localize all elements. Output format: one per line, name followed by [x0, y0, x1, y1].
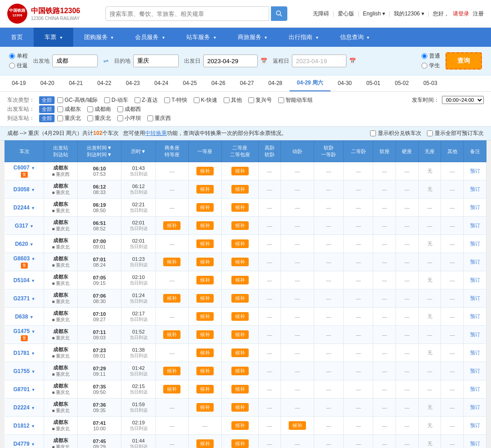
- btn-bubu[interactable]: 候补: [196, 239, 214, 248]
- expand-icon[interactable]: ▼: [31, 442, 35, 447]
- passenger-normal[interactable]: 普通: [421, 52, 440, 60]
- btn-bubu[interactable]: 候补: [231, 203, 249, 212]
- train-number-link[interactable]: D2244 ▼: [8, 204, 41, 211]
- btn-bubu[interactable]: 候补: [231, 439, 249, 448]
- btn-bubu[interactable]: 候补: [196, 330, 214, 339]
- trip-oneway-radio[interactable]: [9, 53, 15, 59]
- search-input[interactable]: [105, 6, 269, 21]
- book-link[interactable]: 预订: [470, 204, 480, 210]
- train-number-link[interactable]: D620 ▼: [8, 241, 41, 247]
- transfer-link[interactable]: 中转换乘: [145, 130, 167, 136]
- expand-icon[interactable]: ▼: [31, 257, 35, 261]
- link-login[interactable]: 请登录: [453, 10, 469, 18]
- btn-bubu[interactable]: 候补: [196, 385, 214, 393]
- book-link[interactable]: 预订: [470, 223, 480, 228]
- filter-d[interactable]: D-动车: [104, 96, 128, 104]
- book-link[interactable]: 预订: [470, 386, 480, 392]
- btn-bubu[interactable]: 候补: [231, 276, 249, 284]
- depart-time-select[interactable]: 00:00~24:00: [442, 96, 484, 104]
- date-tab-0424[interactable]: 04-24: [147, 76, 176, 91]
- expand-icon[interactable]: ▼: [31, 279, 35, 283]
- date-tab-0429[interactable]: 04-29 周六: [290, 75, 331, 91]
- nav-guide[interactable]: 出行指南 ▾: [278, 28, 329, 47]
- expand-icon[interactable]: ▼: [30, 224, 34, 229]
- train-number-link[interactable]: D3058 ▼: [8, 186, 41, 193]
- to-input[interactable]: [133, 55, 179, 67]
- expand-icon[interactable]: ▼: [31, 206, 35, 210]
- link-register[interactable]: 注册: [473, 10, 484, 18]
- btn-bubu[interactable]: 候补: [231, 258, 249, 266]
- book-link[interactable]: 预订: [470, 314, 480, 319]
- filter-t[interactable]: T-特快: [164, 96, 187, 104]
- btn-bubu[interactable]: 候补: [231, 421, 249, 430]
- btn-bubu[interactable]: 候补: [231, 185, 249, 194]
- link-english[interactable]: English ▾: [363, 10, 385, 17]
- btn-bubu[interactable]: 候补: [196, 294, 214, 303]
- btn-bubu[interactable]: 候补: [163, 221, 180, 230]
- book-link[interactable]: 预订: [470, 168, 480, 174]
- book-link[interactable]: 预订: [470, 259, 480, 264]
- show-all-check[interactable]: 显示全部可预订车次: [427, 129, 484, 137]
- expand-icon[interactable]: ▼: [31, 329, 35, 334]
- trip-oneway[interactable]: 单程: [9, 52, 28, 60]
- btn-bubu[interactable]: 候补: [196, 439, 214, 448]
- btn-bubu[interactable]: 候补: [196, 367, 214, 375]
- to-chongqingnan[interactable]: 重庆北: [87, 114, 111, 122]
- expand-icon[interactable]: ▼: [31, 351, 35, 356]
- book-link[interactable]: 预订: [470, 423, 480, 428]
- btn-bubu[interactable]: 候补: [231, 385, 249, 393]
- train-number-link[interactable]: D1812 ▼: [8, 423, 41, 429]
- date-tab-0426[interactable]: 04-26: [204, 76, 233, 91]
- passenger-student-radio[interactable]: [421, 63, 427, 69]
- expand-icon[interactable]: ▼: [31, 188, 35, 192]
- btn-bubu[interactable]: 候补: [231, 312, 249, 321]
- btn-bubu[interactable]: 候补: [196, 276, 214, 284]
- date-tab-0419[interactable]: 04-19: [5, 76, 33, 91]
- date-tab-0422[interactable]: 04-22: [90, 76, 119, 91]
- btn-bubu[interactable]: 候补: [196, 221, 214, 230]
- btn-bubu[interactable]: 候补: [231, 167, 249, 175]
- expand-icon[interactable]: ▼: [31, 369, 35, 374]
- date-tab-0423[interactable]: 04-23: [119, 76, 147, 91]
- link-aixinban[interactable]: 爱心版: [338, 10, 354, 18]
- train-number-link[interactable]: D1781 ▼: [8, 350, 41, 356]
- date-tab-0420[interactable]: 04-20: [33, 76, 62, 91]
- nav-group[interactable]: 团购服务 ▾: [73, 28, 125, 47]
- btn-bubu[interactable]: 候补: [231, 330, 249, 339]
- depart-cal-icon[interactable]: 📅: [261, 58, 267, 64]
- train-number-link[interactable]: G2371 ▼: [8, 295, 41, 302]
- date-tab-0421[interactable]: 04-21: [61, 76, 90, 91]
- train-number-link[interactable]: D5104 ▼: [8, 277, 41, 284]
- expand-icon[interactable]: ▼: [30, 315, 34, 319]
- trip-roundtrip[interactable]: 往返: [9, 62, 28, 70]
- nav-station[interactable]: 站车服务 ▾: [175, 28, 227, 47]
- btn-bubu[interactable]: 候补: [196, 348, 214, 357]
- date-tab-0425[interactable]: 04-25: [175, 76, 204, 91]
- filter-other[interactable]: 其他: [224, 96, 242, 104]
- btn-bubu[interactable]: 候补: [231, 294, 249, 303]
- to-xiaopingba[interactable]: 小坪坝: [117, 114, 141, 122]
- book-link[interactable]: 预订: [470, 441, 480, 446]
- filter-smart[interactable]: 智能动车组: [278, 96, 313, 104]
- btn-bubu[interactable]: 候补: [163, 330, 180, 339]
- book-link[interactable]: 预订: [470, 186, 480, 192]
- book-link[interactable]: 预订: [470, 295, 480, 301]
- train-number-link[interactable]: D4779 ▼: [8, 441, 41, 447]
- btn-bubu[interactable]: 候补: [196, 403, 214, 412]
- btn-bubu[interactable]: 候补: [231, 239, 249, 248]
- book-link[interactable]: 预订: [470, 241, 480, 246]
- query-button[interactable]: 查询: [446, 52, 482, 70]
- date-tab-0428[interactable]: 04-28: [261, 76, 290, 91]
- return-date-input[interactable]: [292, 55, 346, 67]
- train-number-link[interactable]: D2224 ▼: [8, 404, 41, 411]
- btn-bubu[interactable]: 候补: [163, 367, 180, 375]
- from-input[interactable]: [52, 55, 98, 67]
- btn-bubu[interactable]: 候补: [231, 367, 249, 375]
- expand-icon[interactable]: ▼: [31, 406, 35, 410]
- expand-icon[interactable]: ▼: [31, 297, 35, 301]
- btn-bubu[interactable]: 候补: [196, 312, 214, 321]
- btn-bubu[interactable]: 候补: [231, 221, 249, 230]
- nav-biz[interactable]: 商旅服务 ▾: [227, 28, 278, 47]
- expand-icon[interactable]: ▼: [31, 166, 35, 170]
- date-tab-0502[interactable]: 05-02: [387, 76, 416, 91]
